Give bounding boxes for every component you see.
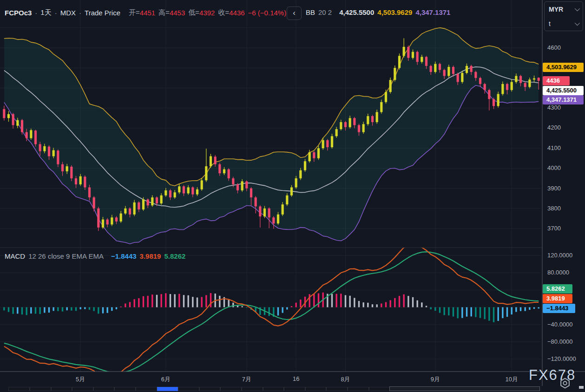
scrollbar-segment[interactable] (199, 387, 221, 391)
price-axis-label: −120.0000 (547, 355, 576, 363)
scrollbar-segment[interactable] (263, 387, 284, 391)
macd-hist-value: −1.8443 (111, 252, 137, 260)
currency-dropdown[interactable]: MYR (545, 2, 583, 16)
open-value: 4451 (140, 9, 155, 17)
price-badge: 4,503.9629 (543, 63, 584, 72)
scrollbar-segment[interactable] (72, 387, 93, 391)
price-axis-label: 4600 (547, 44, 561, 52)
low-value: 4392 (199, 9, 215, 17)
time-axis-label: 9月 (431, 375, 440, 384)
chevron-down-icon (575, 6, 580, 11)
bollinger-bands (4, 28, 539, 244)
time-axis-label: 6月 (161, 375, 171, 384)
symbol-legend: FCPOc3 · 1天 · MDX · Trade Price 开=4451 高… (5, 8, 286, 17)
separator-dot: · (35, 9, 37, 17)
legend-collapse-button[interactable]: ‹ (287, 7, 302, 20)
scrollbar-active-segment[interactable] (157, 387, 178, 391)
open-label: 开= (129, 8, 140, 17)
price-axis-label: 120.0000 (547, 252, 572, 259)
scrollbar-segment[interactable] (178, 387, 199, 391)
macd-params: 12 26 close 9 EMA EMA (28, 252, 104, 260)
chart-area[interactable] (0, 0, 585, 392)
price-axis-label: −80.0000 (547, 338, 573, 346)
chevron-down-icon (575, 20, 580, 25)
currency-value: MYR (549, 6, 563, 13)
gear-icon[interactable] (559, 377, 571, 389)
price-axis-label: 80.0000 (547, 269, 569, 276)
bb-basis-value: 4,425.5500 (339, 8, 374, 16)
high-label: 高= (158, 8, 170, 17)
scrollbar-segment[interactable] (369, 387, 390, 391)
separator-dot: · (79, 9, 81, 17)
scrollbar-segment[interactable] (305, 387, 327, 391)
time-axis-label: 16 (293, 375, 299, 382)
close-label: 收= (218, 8, 229, 17)
time-axis-label: 8月 (341, 375, 350, 384)
separator-dot: · (55, 9, 57, 17)
price-badge: 4,347.1371 (543, 95, 584, 105)
unit-dropdown[interactable]: t (545, 16, 583, 31)
macd-signal-value: 5.8262 (164, 252, 185, 260)
price-badge: 4436 (543, 76, 570, 85)
price-axis-label: 4300 (547, 104, 561, 111)
unit-value: t (549, 20, 551, 27)
price-type-label: Trade Price (85, 9, 120, 17)
macd-grid (0, 248, 541, 372)
time-axis-label: 10月 (505, 375, 518, 384)
bb-upper-value: 4,503.9629 (377, 8, 412, 16)
exchange-label: MDX (60, 9, 76, 17)
chart-scrollbar[interactable] (0, 386, 585, 392)
bb-params: 20 2 (318, 8, 332, 16)
chart-canvas[interactable] (0, 0, 585, 392)
price-axis-label: 3800 (547, 205, 561, 212)
scrollbar-segment[interactable] (114, 387, 136, 391)
scrollbar-segment[interactable] (8, 387, 30, 391)
scrollbar-segment[interactable] (51, 387, 72, 391)
bb-lower-value: 4,347.1371 (415, 8, 450, 16)
bb-name: BB (306, 8, 315, 16)
price-badge: 5.8262 (543, 284, 572, 294)
change-value: −6 (−0.14%) (248, 9, 287, 17)
price-axis-label: 4200 (547, 124, 561, 131)
price-axis[interactable]: MYR t 4600430042004100400039003800370012… (542, 0, 585, 386)
macd-name: MACD (5, 252, 25, 260)
symbol-label[interactable]: FCPOc3 (5, 9, 32, 17)
scrollbar-segment[interactable] (30, 387, 51, 391)
axis-unit-selector: MYR t (544, 1, 583, 31)
price-axis-label: 4000 (547, 164, 561, 172)
scrollbar-segment[interactable] (348, 387, 369, 391)
scrollbar-corner[interactable] (579, 386, 584, 389)
high-value: 4453 (170, 9, 185, 17)
macd-line-value: 3.9819 (140, 252, 161, 260)
close-value: 4436 (229, 9, 244, 17)
price-badge: −1.8443 (543, 304, 575, 313)
price-axis-label: 3900 (547, 185, 561, 192)
price-badge: 3.9819 (543, 294, 572, 303)
scrollbar-segment[interactable] (220, 387, 242, 391)
bb-legend[interactable]: BB 20 2 4,425.5500 4,503.9629 4,347.1371 (306, 8, 450, 16)
price-axis-label: −40.0000 (547, 321, 573, 328)
scrollbar-segment[interactable] (93, 387, 115, 391)
scrollbar-segment[interactable] (326, 387, 348, 391)
time-axis[interactable]: 5月6月7月168月9月10月 (0, 372, 542, 386)
interval-label[interactable]: 1天 (40, 8, 51, 17)
price-axis-label: 3700 (547, 225, 561, 232)
scrollbar-range-box[interactable] (389, 386, 540, 391)
scrollbar-segment[interactable] (284, 387, 305, 391)
time-axis-label: 5月 (76, 375, 85, 384)
price-axis-label: 4100 (547, 144, 561, 152)
time-axis-label: 7月 (242, 375, 251, 384)
trading-chart-window: FCPOc3 · 1天 · MDX · Trade Price 开=4451 高… (0, 0, 585, 392)
low-label: 低= (188, 8, 199, 17)
scrollbar-segment[interactable] (242, 387, 263, 391)
scrollbar-segment[interactable] (136, 387, 157, 391)
macd-legend[interactable]: MACD 12 26 close 9 EMA EMA −1.8443 3.981… (5, 252, 185, 260)
price-badge: 4,425.5500 (543, 86, 584, 95)
